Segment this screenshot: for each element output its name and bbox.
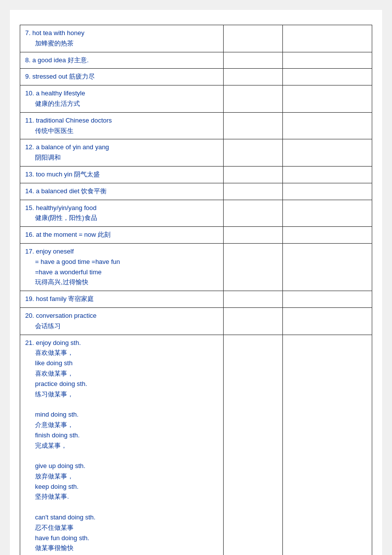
item-text-2: = have a good time =have fun xyxy=(35,257,218,267)
table-row: 15. healthy/yin/yang food 健康(阴性，阳性)食品 xyxy=(20,200,372,227)
item-sub-3-zh: 介意做某事， xyxy=(35,420,218,430)
content-cell: 15. healthy/yin/yang food 健康(阴性，阳性)食品 xyxy=(20,200,224,227)
empty-cell-2 xyxy=(283,25,372,52)
item-sub-4-zh: 完成某事， xyxy=(35,441,218,451)
item-spacer-2 xyxy=(25,451,218,461)
item-sub-2: practice doing sth. xyxy=(35,379,218,389)
item-spacer xyxy=(25,399,218,410)
item-chinese: 玩得高兴,过得愉快 xyxy=(35,277,218,288)
empty-cell-1 xyxy=(224,52,283,69)
item-text: 19. host family 寄宿家庭 xyxy=(25,294,218,304)
content-cell: 20. conversation practice 会话练习 xyxy=(20,308,224,335)
item-text: 8. a good idea 好主意. xyxy=(25,55,218,66)
item-sub-3: mind doing sth. xyxy=(35,410,218,420)
empty-cell-1 xyxy=(224,308,283,335)
table-row: 20. conversation practice 会话练习 xyxy=(20,308,372,335)
empty-cell-2 xyxy=(283,308,372,335)
item-sub-5-zh: 放弃做某事， xyxy=(35,471,218,482)
empty-cell-2 xyxy=(283,167,372,183)
item-text: 9. stressed out 筋疲力尽 xyxy=(25,72,218,82)
empty-cell-2 xyxy=(283,183,372,200)
content-cell: 21. enjoy doing sth. 喜欢做某事， like doing s… xyxy=(20,335,224,555)
item-chinese: 健康的生活方式 xyxy=(35,99,218,109)
item-sub-6: keep doing sth. xyxy=(35,482,218,492)
content-cell: 16. at the moment = now 此刻 xyxy=(20,227,224,243)
empty-cell-1 xyxy=(224,69,283,85)
empty-cell-2 xyxy=(283,291,372,307)
item-sub-6-zh: 坚持做某事. xyxy=(35,492,218,502)
item-chinese: 阴阳调和 xyxy=(35,153,218,163)
item-sub-1: like doing sth xyxy=(35,358,218,369)
item-text: 13. too much yin 阴气太盛 xyxy=(25,170,218,180)
empty-cell-1 xyxy=(224,85,283,112)
empty-cell-2 xyxy=(283,335,372,555)
empty-cell-1 xyxy=(224,291,283,307)
empty-cell-1 xyxy=(224,167,283,183)
empty-cell-2 xyxy=(283,139,372,166)
table-row: 19. host family 寄宿家庭 xyxy=(20,291,372,308)
empty-cell-2 xyxy=(283,85,372,112)
item-text-3: =have a wonderful time xyxy=(35,267,218,278)
item-sub-4: finish doing sth. xyxy=(35,430,218,441)
item-sub-8-zh: 做某事很愉快 xyxy=(35,543,218,554)
content-cell: 8. a good idea 好主意. xyxy=(20,52,224,69)
empty-cell-1 xyxy=(224,244,283,291)
table-row: 7. hot tea with honey 加蜂蜜的热茶 xyxy=(20,25,372,52)
content-cell: 7. hot tea with honey 加蜂蜜的热茶 xyxy=(20,25,224,52)
item-text: 12. a balance of yin and yang xyxy=(25,142,218,153)
item-chinese: 会话练习 xyxy=(35,321,218,332)
item-text: 21. enjoy doing sth. xyxy=(25,338,218,348)
empty-cell-1 xyxy=(224,335,283,555)
table-row: 12. a balance of yin and yang 阴阳调和 xyxy=(20,139,372,167)
empty-cell-2 xyxy=(283,113,372,139)
table-row: 14. a balanced diet 饮食平衡 xyxy=(20,183,372,200)
table-row: 13. too much yin 阴气太盛 xyxy=(20,167,372,183)
item-sub-8: have fun doing sth. xyxy=(35,533,218,544)
item-sub-2-zh: 练习做某事， xyxy=(35,389,218,400)
empty-cell-2 xyxy=(283,52,372,69)
page: 7. hot tea with honey 加蜂蜜的热茶 8. a good i… xyxy=(10,10,382,555)
table-row: 21. enjoy doing sth. 喜欢做某事， like doing s… xyxy=(20,335,372,555)
empty-cell-1 xyxy=(224,139,283,166)
content-cell: 14. a balanced diet 饮食平衡 xyxy=(20,183,224,200)
empty-cell-1 xyxy=(224,183,283,200)
table-row: 16. at the moment = now 此刻 xyxy=(20,227,372,244)
item-chinese: 健康(阴性，阳性)食品 xyxy=(35,213,218,223)
empty-cell-2 xyxy=(283,244,372,291)
empty-cell-1 xyxy=(224,113,283,139)
content-cell: 11. traditional Chinese doctors 传统中医医生 xyxy=(20,113,224,139)
content-cell: 19. host family 寄宿家庭 xyxy=(20,291,224,307)
item-chinese: 加蜂蜜的热茶 xyxy=(35,39,218,49)
vocabulary-table: 7. hot tea with honey 加蜂蜜的热茶 8. a good i… xyxy=(20,25,372,555)
table-row: 11. traditional Chinese doctors 传统中医医生 xyxy=(20,113,372,140)
content-cell: 9. stressed out 筋疲力尽 xyxy=(20,69,224,85)
table-row: 8. a good idea 好主意. xyxy=(20,52,372,69)
item-chinese: 喜欢做某事， xyxy=(35,348,218,358)
item-text: 14. a balanced diet 饮食平衡 xyxy=(25,186,218,197)
table-row: 17. enjoy oneself = have a good time =ha… xyxy=(20,244,372,291)
item-text: 17. enjoy oneself xyxy=(25,247,218,257)
content-cell: 10. a healthy lifestyle 健康的生活方式 xyxy=(20,85,224,112)
empty-cell-2 xyxy=(283,227,372,243)
item-text: 15. healthy/yin/yang food xyxy=(25,203,218,213)
content-cell: 17. enjoy oneself = have a good time =ha… xyxy=(20,244,224,291)
empty-cell-2 xyxy=(283,200,372,227)
item-text: 11. traditional Chinese doctors xyxy=(25,116,218,126)
item-text: 16. at the moment = now 此刻 xyxy=(25,230,218,240)
item-chinese: 传统中医医生 xyxy=(35,126,218,136)
item-sub-5: give up doing sth. xyxy=(35,461,218,471)
content-cell: 12. a balance of yin and yang 阴阳调和 xyxy=(20,139,224,166)
table-row: 9. stressed out 筋疲力尽 xyxy=(20,69,372,85)
empty-cell-2 xyxy=(283,69,372,85)
empty-cell-1 xyxy=(224,25,283,52)
item-text: 20. conversation practice xyxy=(25,311,218,321)
item-sub-1-zh: 喜欢做某事， xyxy=(35,369,218,379)
table-row: 10. a healthy lifestyle 健康的生活方式 xyxy=(20,85,372,113)
empty-cell-1 xyxy=(224,200,283,227)
item-text: 7. hot tea with honey xyxy=(25,28,218,39)
content-cell: 13. too much yin 阴气太盛 xyxy=(20,167,224,183)
empty-cell-1 xyxy=(224,227,283,243)
item-sub-7: can't stand doing sth. xyxy=(35,512,218,523)
item-text: 10. a healthy lifestyle xyxy=(25,88,218,99)
item-spacer-3 xyxy=(25,502,218,512)
